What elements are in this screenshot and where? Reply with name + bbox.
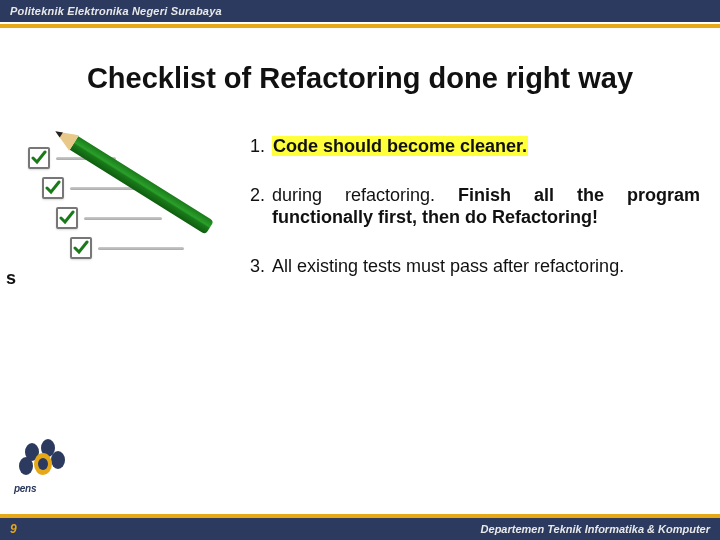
- checkbox-icon: [28, 147, 50, 169]
- checkbox-icon: [56, 207, 78, 229]
- svg-point-5: [38, 458, 48, 470]
- svg-point-3: [19, 457, 33, 475]
- checkbox-icon: [42, 177, 64, 199]
- checkbox-icon: [70, 237, 92, 259]
- svg-point-2: [51, 451, 65, 469]
- logo-icon: [14, 438, 72, 482]
- stray-letter: s: [6, 268, 16, 289]
- pens-logo: pens: [14, 438, 72, 490]
- item-number: 1.: [250, 135, 272, 158]
- page-number: 9: [10, 522, 17, 536]
- institution-name: Politeknik Elektronika Negeri Surabaya: [10, 5, 222, 17]
- item-text: during refactoring.: [272, 185, 458, 205]
- logo-text: pens: [14, 483, 36, 494]
- slide-body: Checklist of Refactoring done right way …: [0, 28, 720, 518]
- item-number: 2.: [250, 184, 272, 207]
- item-text: All existing tests must pass after refac…: [272, 255, 700, 278]
- department-name: Departemen Teknik Informatika & Komputer: [481, 523, 710, 535]
- list-item: 2. during refactoring. Finish all the pr…: [250, 184, 700, 229]
- checklist-illustration: [24, 141, 234, 271]
- list-item: 3. All existing tests must pass after re…: [250, 255, 700, 278]
- slide-title: Checklist of Refactoring done right way: [0, 62, 720, 95]
- content-row: 1. Code should become cleaner. 2. during…: [0, 135, 720, 303]
- list-item: 1. Code should become cleaner.: [250, 135, 700, 158]
- item-number: 3.: [250, 255, 272, 278]
- footer-bar: 9 Departemen Teknik Informatika & Komput…: [0, 518, 720, 540]
- list-column: 1. Code should become cleaner. 2. during…: [244, 135, 700, 303]
- header-bar: Politeknik Elektronika Negeri Surabaya: [0, 0, 720, 22]
- item-text-highlight: Code should become cleaner.: [272, 136, 528, 156]
